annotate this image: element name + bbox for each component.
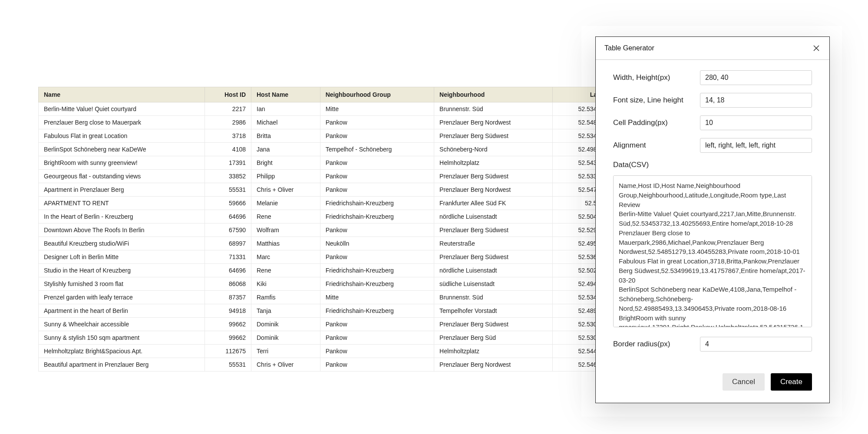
table-header-cell: Name [39,87,205,102]
table-cell: Chris + Oliver [251,358,320,372]
table-cell: Mitte [320,291,434,304]
table-cell: Philipp [251,170,320,183]
table-cell: Prenzlauer Berg Nordwest [434,116,552,129]
table-cell: Fabulous Flat in great Location [39,129,205,143]
table-cell: Dominik [251,331,320,345]
table-header-cell: Host ID [205,87,251,102]
table-cell: Friedrichshain-Kreuzberg [320,210,434,224]
table-cell: Pankow [320,331,434,345]
table-cell: Marc [251,250,320,264]
table-cell: Designer Loft in Berlin Mitte [39,250,205,264]
table-cell: Prenzlauer Berg Nordwest [434,358,552,372]
table-cell: 55531 [205,358,251,372]
table-generator-modal: Table Generator Width, Height(px) Font s… [595,36,830,403]
table-cell: Sunny & Wheelchair accessible [39,318,205,331]
table-cell: Wolfram [251,224,320,237]
table-cell: nördliche Luisenstadt [434,210,552,224]
table-cell: Rene [251,264,320,277]
table-cell: Friedrichshain-Kreuzberg [320,304,434,318]
table-cell: Studio in the Heart of Kreuzberg [39,264,205,277]
table-cell: Pankow [320,250,434,264]
table-cell: APARTMENT TO RENT [39,197,205,210]
table-cell: Apartment in Prenzlauer Berg [39,183,205,197]
input-data-csv[interactable] [613,175,812,327]
table-cell: Prenzlauer Berg close to Mauerpark [39,116,205,129]
table-cell: Brunnenstr. Süd [434,291,552,304]
field-border-radius: Border radius(px) [613,337,812,352]
table-cell: Schöneberg-Nord [434,143,552,156]
field-cell-padding: Cell Padding(px) [613,115,812,130]
table-cell: 68997 [205,237,251,250]
input-font-size[interactable] [700,93,812,108]
field-alignment: Alignment [613,138,812,153]
table-cell: 59666 [205,197,251,210]
table-cell: Brunnenstr. Süd [434,102,552,116]
table-cell: Ramfis [251,291,320,304]
table-cell: 86068 [205,277,251,291]
table-cell: südliche Luisenstadt [434,277,552,291]
table-cell: Pankow [320,156,434,170]
table-cell: Pankow [320,318,434,331]
table-cell: Apartment in the heart of Berlin [39,304,205,318]
field-width-height: Width, Height(px) [613,70,812,85]
label-data-csv: Data(CSV) [613,161,812,169]
table-cell: Pankow [320,183,434,197]
table-cell: Pankow [320,224,434,237]
input-border-radius[interactable] [700,337,812,352]
label-cell-padding: Cell Padding(px) [613,118,700,127]
table-cell: 99662 [205,331,251,345]
table-cell: Frankfurter Allee Süd FK [434,197,552,210]
table-cell: Stylishly furnished 3 room flat [39,277,205,291]
table-cell: Rene [251,210,320,224]
table-cell: Helmholtzplatz [434,156,552,170]
table-cell: Tanja [251,304,320,318]
table-cell: Jana [251,143,320,156]
table-cell: Sunny & stylish 150 sqm apartment [39,331,205,345]
table-cell: 2986 [205,116,251,129]
table-cell: Berlin-Mitte Value! Quiet courtyard [39,102,205,116]
input-cell-padding[interactable] [700,115,812,130]
input-width-height[interactable] [700,70,812,85]
label-width-height: Width, Height(px) [613,73,700,82]
close-icon[interactable] [812,44,821,53]
table-cell: Pankow [320,345,434,358]
table-cell: Friedrichshain-Kreuzberg [320,264,434,277]
label-alignment: Alignment [613,141,700,150]
table-cell: Prenzlauer Berg Südwest [434,250,552,264]
table-cell: 33852 [205,170,251,183]
table-cell: 3718 [205,129,251,143]
create-button[interactable]: Create [771,373,812,391]
table-cell: Beautiful apartment in Prenzlauer Berg [39,358,205,372]
table-cell: 112675 [205,345,251,358]
table-cell: Prenzlauer Berg Südwest [434,318,552,331]
modal-title: Table Generator [604,44,654,52]
label-font-size: Font size, Line height [613,96,700,105]
table-cell: Prenzlauer Berg Südwest [434,129,552,143]
table-cell: 67590 [205,224,251,237]
table-cell: 55531 [205,183,251,197]
table-cell: Geourgeous flat - outstanding views [39,170,205,183]
table-cell: In the Heart of Berlin - Kreuzberg [39,210,205,224]
modal-body: Width, Height(px) Font size, Line height… [596,60,829,365]
input-alignment[interactable] [700,138,812,153]
modal-header: Table Generator [596,37,829,60]
table-cell: Pankow [320,358,434,372]
table-cell: Pankow [320,129,434,143]
table-cell: Michael [251,116,320,129]
table-header-cell: Host Name [251,87,320,102]
table-cell: Pankow [320,170,434,183]
table-cell: Mitte [320,102,434,116]
cancel-button[interactable]: Cancel [723,373,765,391]
table-cell: Dominik [251,318,320,331]
table-cell: Friedrichshain-Kreuzberg [320,277,434,291]
table-cell: Beautiful Kreuzberg studio/WiFi [39,237,205,250]
table-cell: 87357 [205,291,251,304]
table-cell: Tempelhof - Schöneberg [320,143,434,156]
table-cell: Helmholtzplatz [434,345,552,358]
table-cell: BrightRoom with sunny greenview! [39,156,205,170]
table-cell: Prenzlauer Berg Nordwest [434,183,552,197]
table-cell: 94918 [205,304,251,318]
table-cell: Prenzel garden with leafy terrace [39,291,205,304]
modal-footer: Cancel Create [596,365,829,403]
table-cell: Reuterstraße [434,237,552,250]
